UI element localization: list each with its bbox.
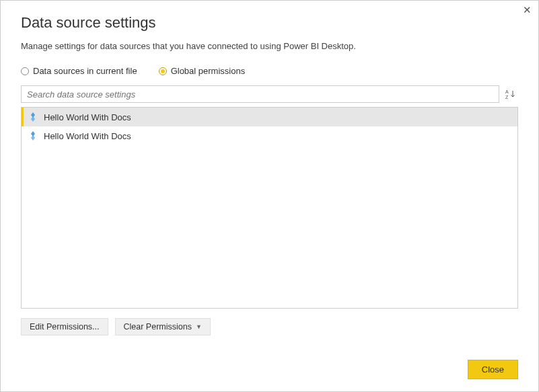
scope-radio-group: Data sources in current file Global perm…: [21, 66, 518, 76]
svg-marker-3: [31, 116, 35, 122]
radio-label-global: Global permissions: [171, 66, 246, 76]
button-label: Close: [482, 364, 504, 375]
close-icon[interactable]: ✕: [523, 5, 532, 15]
page-title: Data source settings: [21, 14, 518, 32]
page-subtitle: Manage settings for data sources that yo…: [21, 41, 518, 51]
radio-icon: [159, 67, 167, 75]
radio-label-current: Data sources in current file: [33, 66, 137, 76]
list-item[interactable]: Hello World With Docs: [22, 108, 517, 126]
close-button[interactable]: Close: [468, 360, 518, 379]
list-item-label: Hello World With Docs: [44, 112, 131, 122]
svg-text:A: A: [505, 89, 509, 94]
search-row: A Z: [21, 85, 518, 103]
svg-text:Z: Z: [505, 95, 509, 100]
list-item[interactable]: Hello World With Docs: [22, 126, 517, 145]
data-source-settings-dialog: Data source settings Manage settings for…: [1, 1, 538, 349]
edit-permissions-button[interactable]: Edit Permissions...: [21, 318, 108, 336]
svg-marker-5: [31, 135, 35, 141]
connector-icon: [28, 130, 38, 141]
connector-icon: [28, 112, 38, 122]
search-input[interactable]: [21, 85, 499, 103]
chevron-down-icon: ▼: [196, 323, 202, 330]
button-label: Edit Permissions...: [30, 322, 100, 331]
list-item-label: Hello World With Docs: [44, 131, 131, 141]
action-buttons-left: Edit Permissions... Clear Permissions ▼: [21, 318, 518, 336]
data-source-list[interactable]: Hello World With Docs Hello World With D…: [21, 107, 518, 309]
radio-current-file[interactable]: Data sources in current file: [21, 66, 137, 76]
sort-button[interactable]: A Z: [503, 85, 518, 103]
footer-actions: Close: [468, 360, 518, 379]
button-label: Clear Permissions: [124, 322, 192, 331]
radio-icon: [21, 67, 29, 75]
sort-az-icon: A Z: [505, 89, 516, 100]
radio-global-permissions[interactable]: Global permissions: [159, 66, 246, 76]
clear-permissions-button[interactable]: Clear Permissions ▼: [115, 318, 211, 336]
